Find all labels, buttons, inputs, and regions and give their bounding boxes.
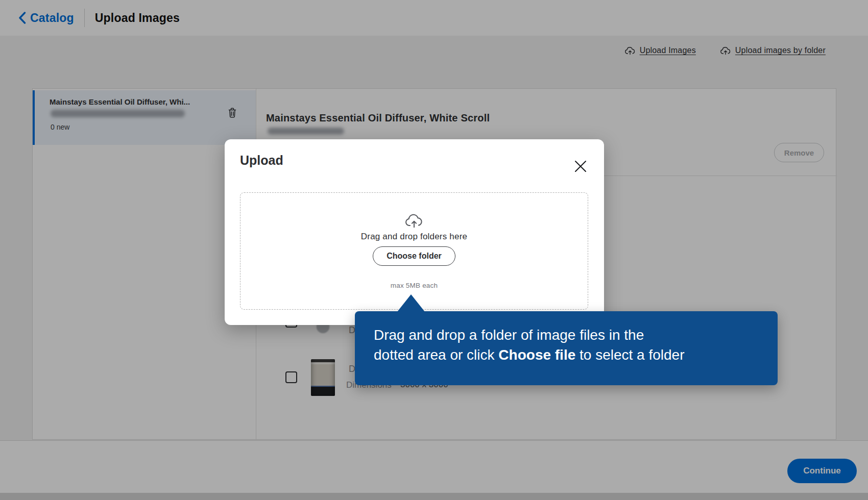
- close-icon[interactable]: [574, 160, 587, 173]
- modal-title: Upload: [240, 153, 283, 168]
- tooltip-line2-prefix: dotted area or click: [374, 347, 498, 363]
- tooltip-caret: [397, 294, 425, 312]
- tooltip-line2-bold: Choose file: [498, 347, 575, 363]
- upload-images-page: Catalog Upload Images Upload Images Uplo…: [0, 0, 868, 500]
- dropzone-instruction: Drag and drop folders here: [361, 232, 467, 242]
- upload-cloud-large-icon: [405, 213, 423, 228]
- choose-folder-button[interactable]: Choose folder: [373, 246, 455, 266]
- coachmark-tooltip: Drag and drop a folder of image files in…: [355, 311, 778, 385]
- tooltip-line2-suffix: to select a folder: [575, 347, 684, 363]
- folder-dropzone[interactable]: Drag and drop folders here Choose folder…: [240, 192, 588, 310]
- max-size-hint: max 5MB each: [391, 282, 438, 289]
- tooltip-line1: Drag and drop a folder of image files in…: [374, 325, 762, 345]
- tooltip-line2: dotted area or click Choose file to sele…: [374, 345, 762, 365]
